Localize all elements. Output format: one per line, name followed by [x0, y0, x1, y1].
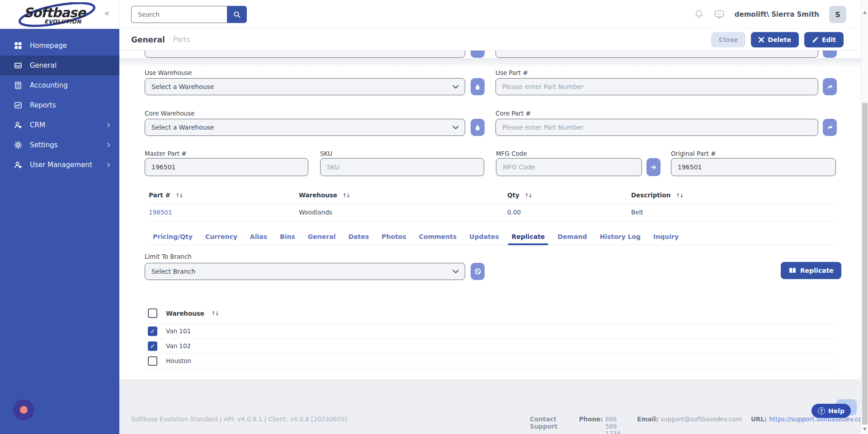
support-url-link[interactable]: https://support.softbasedev.com	[769, 415, 868, 434]
user-name[interactable]: demolift\ Sierra Smith	[735, 10, 819, 19]
clipped-select[interactable]	[145, 51, 465, 58]
tab-replicate[interactable]: Replicate	[505, 230, 551, 245]
scrollbar-thumb[interactable]	[862, 103, 868, 425]
ban-icon	[474, 268, 481, 275]
sku-label: SKU	[320, 150, 332, 157]
sidebar-collapse-icon[interactable]: «	[104, 8, 110, 19]
beacon-dot-icon	[20, 406, 28, 414]
sort-icon[interactable]: ↑↓	[175, 192, 183, 199]
sidebar-item-crm[interactable]: CRM	[0, 115, 119, 135]
sidebar-item-accounting[interactable]: Accounting	[0, 75, 119, 95]
tab-general[interactable]: General	[302, 230, 342, 245]
clear-branch-button[interactable]	[471, 263, 485, 280]
vertical-scrollbar[interactable]	[861, 0, 868, 434]
part-number-link[interactable]: 196501	[149, 209, 299, 216]
warehouse-checkbox-houston[interactable]	[148, 356, 157, 366]
chevron-right-icon	[106, 162, 111, 168]
go-to-core-part-button[interactable]	[823, 119, 837, 136]
clipped-input[interactable]	[495, 51, 818, 58]
mfg-code-go-button[interactable]	[646, 158, 660, 176]
header-actions: Close Delete Edit	[711, 32, 844, 47]
search-input[interactable]	[131, 6, 227, 23]
close-button[interactable]: Close	[711, 32, 746, 47]
sidebar-item-label: Accounting	[30, 81, 68, 89]
avatar[interactable]: S	[829, 6, 846, 23]
warehouse-checkbox-van-102[interactable]	[148, 341, 157, 351]
gear-icon	[14, 141, 22, 149]
tab-history-log[interactable]: History Log	[593, 230, 647, 245]
tab-demand[interactable]: Demand	[551, 230, 593, 245]
select-all-checkbox[interactable]	[148, 308, 157, 318]
sidebar-item-settings[interactable]: Settings	[0, 135, 119, 155]
scrollbar-down-arrow[interactable]	[863, 428, 867, 431]
warehouse-header-label: Warehouse	[166, 310, 204, 317]
cell-description: Belt	[631, 209, 836, 216]
original-part-label: Original Part #	[671, 150, 716, 157]
go-to-use-part-button[interactable]	[823, 78, 837, 95]
user-badge-icon	[14, 161, 22, 169]
warehouse-row: Van 101	[145, 324, 836, 339]
tab-dates[interactable]: Dates	[342, 230, 375, 245]
chat-icon[interactable]	[714, 9, 725, 20]
breadcrumb-subsection: Parts	[173, 36, 190, 44]
email-value[interactable]: support@softbasedev.com	[660, 415, 742, 434]
page-header: General Parts Close Delete Edit	[119, 29, 861, 51]
sidebar-item-homepage[interactable]: Homepage	[0, 36, 119, 56]
warehouse-checkbox-van-101[interactable]	[148, 327, 157, 336]
tab-currency[interactable]: Currency	[199, 230, 244, 245]
master-part-input[interactable]	[145, 158, 308, 176]
sidebar-item-reports[interactable]: Reports	[0, 95, 119, 115]
warehouse-name: Van 101	[166, 327, 191, 335]
sidebar: Homepage General Accounting Reports CRM	[0, 29, 119, 434]
tab-comments[interactable]: Comments	[413, 230, 463, 245]
mfg-code-input[interactable]	[496, 158, 642, 176]
clear-core-warehouse-button[interactable]	[471, 119, 485, 136]
scrollbar-up-arrow[interactable]	[863, 11, 867, 14]
sidebar-item-general[interactable]: General	[0, 56, 119, 75]
use-warehouse-select[interactable]: Select a Warehouse	[145, 78, 465, 95]
warehouse-row: Houston	[145, 354, 836, 369]
chevron-right-icon	[106, 142, 111, 148]
sort-icon[interactable]: ↑↓	[524, 192, 532, 199]
use-part-input[interactable]	[495, 78, 818, 95]
core-part-input[interactable]	[495, 119, 818, 136]
help-button[interactable]: ? Help	[811, 404, 851, 418]
sidebar-item-user-management[interactable]: User Management	[0, 155, 119, 175]
detail-tabs: Pricing/Qty Currency Alias Bins General …	[146, 230, 836, 245]
original-part-input[interactable]	[671, 158, 836, 176]
tab-bins[interactable]: Bins	[274, 230, 302, 245]
pencil-icon	[812, 37, 818, 43]
sku-input[interactable]	[320, 158, 484, 176]
go-to-part-button[interactable]	[823, 51, 837, 58]
contact-support-label: Contact Support	[530, 415, 570, 434]
clear-use-warehouse-button[interactable]	[471, 78, 485, 95]
x-icon	[759, 37, 764, 42]
tab-photos[interactable]: Photos	[375, 230, 413, 245]
replicate-button[interactable]: Replicate	[781, 262, 841, 279]
tab-pricing-qty[interactable]: Pricing/Qty	[146, 230, 199, 245]
version-info: Softbase Evolution Standard | API: v4.0.…	[131, 415, 347, 423]
support-info: Contact Support Phone: 888 589 1734 Emai…	[530, 415, 868, 434]
search-button[interactable]	[227, 6, 247, 23]
chevron-down-icon	[453, 85, 459, 89]
clear-selection-button[interactable]	[471, 51, 485, 58]
tab-inquiry[interactable]: Inquiry	[647, 230, 685, 245]
use-warehouse-label: Use Warehouse	[145, 69, 192, 76]
tab-updates[interactable]: Updates	[463, 230, 505, 245]
branch-select[interactable]: Select Branch	[145, 263, 465, 280]
core-warehouse-label: Core Warehouse	[145, 110, 195, 117]
delete-button[interactable]: Delete	[751, 32, 799, 47]
tab-alias[interactable]: Alias	[244, 230, 274, 245]
bell-icon[interactable]	[694, 9, 704, 20]
cell-qty: 0.00	[507, 209, 631, 216]
sort-icon[interactable]: ↑↓	[675, 192, 683, 199]
phone-value: 888 589 1734	[605, 415, 628, 434]
sort-icon[interactable]: ↑↓	[342, 192, 349, 199]
sidebar-item-label: Settings	[30, 141, 58, 149]
sidebar-item-label: General	[30, 61, 57, 70]
col-description: Description	[631, 191, 670, 199]
chat-beacon-widget[interactable]	[13, 399, 34, 420]
sort-icon[interactable]: ↑↓	[211, 310, 218, 317]
edit-button[interactable]: Edit	[804, 32, 844, 47]
core-warehouse-select[interactable]: Select a Warehouse	[145, 119, 465, 136]
